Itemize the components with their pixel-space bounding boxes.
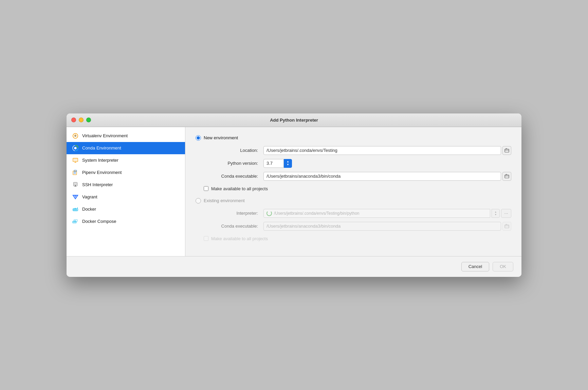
location-input[interactable] xyxy=(263,146,501,155)
existing-conda-field-row xyxy=(263,222,511,231)
system-icon xyxy=(72,157,79,164)
svg-rect-17 xyxy=(75,208,76,209)
existing-environment-radio[interactable] xyxy=(196,198,201,203)
spinner-icon xyxy=(267,211,272,216)
sidebar-item-ssh[interactable]: SSH Interpreter xyxy=(67,179,185,191)
existing-interpreter-field-row: /Users/jetbrains/.conda/envs/Testing/bin… xyxy=(263,209,511,218)
existing-environment-form: Interpreter: /Users/jetbrains/.conda/env… xyxy=(196,209,511,231)
svg-rect-25 xyxy=(75,220,76,221)
sidebar-item-label-vagrant: Vagrant xyxy=(82,194,97,199)
new-environment-section: New environment Location: xyxy=(196,135,511,191)
existing-conda-browse-button[interactable] xyxy=(502,222,511,231)
main-content: New environment Location: xyxy=(185,127,521,256)
python-version-select-wrapper: ▲ ▼ xyxy=(263,159,292,168)
svg-point-18 xyxy=(77,207,78,208)
svg-point-2 xyxy=(74,147,76,149)
conda-executable-label: Conda executable: xyxy=(204,172,258,181)
cancel-button[interactable]: Cancel xyxy=(461,262,489,271)
dialog-body: Virtualenv Environment Conda Environment xyxy=(67,127,521,256)
sidebar-item-conda[interactable]: Conda Environment xyxy=(67,142,185,154)
existing-make-available-label: Make available to all projects xyxy=(211,236,268,241)
new-make-available-label: Make available to all projects xyxy=(211,186,268,191)
docker-compose-icon xyxy=(72,218,79,225)
new-make-available-checkbox[interactable] xyxy=(204,186,208,191)
svg-rect-14 xyxy=(74,209,75,210)
new-environment-form: Location: Python version: xyxy=(196,146,511,181)
existing-conda-label: Conda executable: xyxy=(204,222,258,231)
svg-rect-20 xyxy=(73,221,74,222)
dialog-title: Add Python Interpreter xyxy=(270,118,318,123)
sidebar-item-label-docker: Docker xyxy=(82,207,96,212)
conda-icon xyxy=(72,145,79,152)
existing-make-available-checkbox[interactable] xyxy=(204,236,208,241)
sidebar-item-label-ssh: SSH Interpreter xyxy=(82,182,113,187)
sidebar-item-label-virtualenv: Virtualenv Environment xyxy=(82,133,128,138)
ok-button[interactable]: OK xyxy=(493,262,513,271)
virtualenv-icon xyxy=(72,132,79,139)
svg-rect-26 xyxy=(505,149,509,152)
interpreter-combo-value: /Users/jetbrains/.conda/envs/Testing/bin… xyxy=(274,211,359,216)
new-make-available-row: Make available to all projects xyxy=(196,186,511,191)
sidebar-item-vagrant[interactable]: Vagrant xyxy=(67,191,185,203)
add-interpreter-dialog: Add Python Interpreter Virtualenv Enviro… xyxy=(67,113,521,277)
sidebar: Virtualenv Environment Conda Environment xyxy=(67,127,185,256)
new-environment-label: New environment xyxy=(204,135,238,140)
maximize-button[interactable] xyxy=(86,118,91,122)
svg-rect-27 xyxy=(505,175,509,178)
interpreter-combo-stepper[interactable]: ▲ ▼ xyxy=(492,209,500,218)
existing-interpreter-label: Interpreter: xyxy=(204,209,258,218)
new-environment-radio-row: New environment xyxy=(196,135,511,141)
python-version-stepper[interactable]: ▲ ▼ xyxy=(284,159,292,168)
svg-rect-16 xyxy=(76,209,77,210)
sidebar-item-label-docker-compose: Docker Compose xyxy=(82,219,116,224)
sidebar-item-docker[interactable]: Docker xyxy=(67,203,185,215)
svg-rect-24 xyxy=(74,220,75,221)
svg-rect-4 xyxy=(73,158,78,161)
location-browse-button[interactable] xyxy=(502,146,511,155)
conda-executable-browse-button[interactable] xyxy=(502,172,511,181)
sidebar-item-pipenv[interactable]: Pipenv Environment xyxy=(67,166,185,179)
svg-rect-11 xyxy=(74,183,76,185)
docker-icon xyxy=(72,206,79,213)
existing-make-available-row: Make available to all projects xyxy=(196,236,511,241)
pipenv-icon xyxy=(72,169,79,176)
svg-rect-28 xyxy=(505,225,509,228)
conda-executable-input[interactable] xyxy=(263,172,501,181)
conda-executable-field-row xyxy=(263,172,511,181)
ssh-icon xyxy=(72,181,79,188)
existing-environment-radio-row: Existing environment xyxy=(196,198,511,203)
svg-rect-22 xyxy=(75,221,76,222)
existing-environment-section: Existing environment Interpreter: /Users… xyxy=(196,198,511,241)
existing-environment-label: Existing environment xyxy=(204,198,245,203)
existing-conda-input[interactable] xyxy=(263,222,501,231)
traffic-lights xyxy=(71,118,91,122)
vagrant-icon xyxy=(72,194,79,200)
sidebar-item-system[interactable]: System Interpreter xyxy=(67,154,185,166)
svg-rect-21 xyxy=(74,221,75,222)
sidebar-item-label-conda: Conda Environment xyxy=(82,145,121,150)
interpreter-combo-display: /Users/jetbrains/.conda/envs/Testing/bin… xyxy=(263,209,490,218)
close-button[interactable] xyxy=(71,118,76,122)
python-version-label: Python version: xyxy=(204,159,258,168)
new-environment-radio[interactable] xyxy=(196,135,201,141)
sidebar-item-label-system: System Interpreter xyxy=(82,158,118,163)
svg-rect-15 xyxy=(75,209,76,210)
title-bar: Add Python Interpreter xyxy=(67,113,521,127)
location-label: Location: xyxy=(204,146,258,155)
sidebar-item-virtualenv[interactable]: Virtualenv Environment xyxy=(67,130,185,142)
python-version-input[interactable] xyxy=(263,159,284,168)
dialog-footer: Cancel OK xyxy=(67,256,521,277)
svg-rect-12 xyxy=(75,185,76,187)
location-field-row xyxy=(263,146,511,155)
minimize-button[interactable] xyxy=(79,118,84,122)
python-version-field-row: ▲ ▼ xyxy=(263,159,511,168)
sidebar-item-docker-compose[interactable]: Docker Compose xyxy=(67,215,185,228)
svg-rect-8 xyxy=(74,172,76,174)
interpreter-more-button[interactable]: ··· xyxy=(501,209,511,218)
sidebar-item-label-pipenv: Pipenv Environment xyxy=(82,170,122,175)
